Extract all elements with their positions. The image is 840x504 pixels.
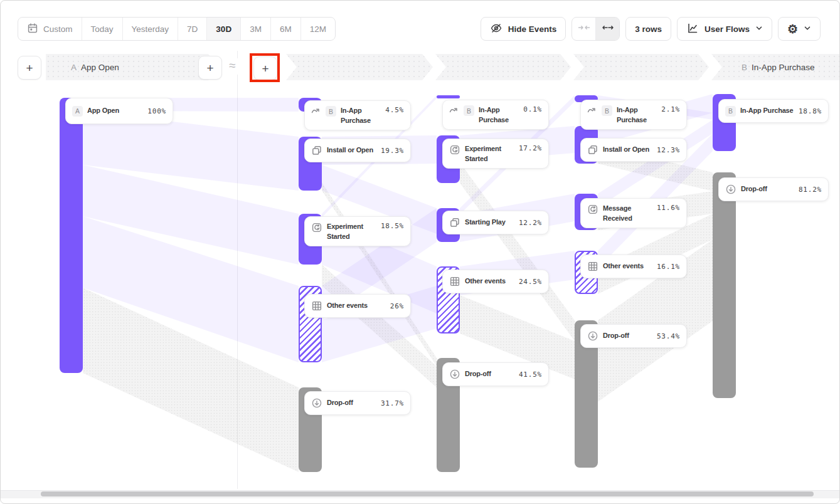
flow-node-label: App Open — [87, 106, 119, 116]
flow-node-percent: 16.1% — [657, 263, 680, 271]
experiment-icon — [449, 144, 460, 155]
flow-node-label: In-App Purchase — [740, 106, 793, 116]
flow-node-percent: 4.5% — [385, 106, 404, 114]
flow-node-card-drop-off[interactable]: Drop-off81.2% — [718, 177, 829, 201]
experiment-icon — [311, 222, 322, 233]
flow-node-percent: 31.7% — [381, 399, 404, 407]
flow-node-percent: 41.5% — [519, 370, 542, 379]
flow-node-card-drop-off[interactable]: Drop-off31.7% — [304, 391, 411, 415]
flow-node-label: Drop-off — [741, 184, 767, 194]
trend-icon — [449, 105, 459, 115]
dropoff-icon — [311, 397, 322, 409]
event-letter-badge: B — [602, 105, 612, 116]
dropoff-icon — [449, 369, 460, 380]
squares-icon — [311, 145, 322, 156]
flow-node-card-in-app-purchase[interactable]: BIn-App Purchase4.5% — [304, 100, 411, 130]
flow-node-card-message-received[interactable]: Message Received11.6% — [580, 198, 687, 228]
flow-node-card-drop-off[interactable]: Drop-off41.5% — [442, 362, 549, 386]
flow-node-card-in-app-purchase[interactable]: BIn-App Purchase2.1% — [580, 100, 687, 130]
dropoff-icon — [725, 184, 736, 195]
flow-node-label: In-App Purchase — [341, 106, 381, 126]
flow-node-percent: 26% — [390, 302, 404, 310]
flows-sankey-canvas: AApp Open100%BIn-App Purchase4.5%Install… — [1, 1, 839, 503]
dropoff-icon — [587, 330, 598, 342]
flow-node-percent: 12.2% — [519, 219, 542, 227]
flow-node-percent: 12.3% — [657, 146, 680, 154]
flow-node-percent: 11.6% — [657, 204, 680, 212]
flow-node-percent: 100% — [147, 107, 166, 115]
flow-node-label: Install or Open — [327, 145, 373, 155]
flow-node-label: Other events — [465, 276, 506, 286]
flow-node-card-other-events[interactable]: Other events24.5% — [442, 270, 549, 293]
flow-node-card-in-app-purchase[interactable]: BIn-App Purchase0.1% — [442, 100, 549, 130]
flow-node-label: Drop-off — [327, 398, 353, 408]
flow-node-label: Install or Open — [603, 145, 649, 155]
flow-node-percent: 0.1% — [523, 105, 542, 113]
flow-node-label: Drop-off — [603, 331, 629, 341]
flow-node-card-starting-play[interactable]: Starting Play12.2% — [442, 211, 549, 234]
flow-node-card-drop-off[interactable]: Drop-off53.4% — [580, 324, 687, 348]
flow-node-percent: 24.5% — [519, 278, 542, 286]
flow-node-percent: 18.8% — [799, 107, 822, 115]
event-letter-badge: B — [326, 106, 336, 117]
flow-node-card-in-app-purchase[interactable]: BIn-App Purchase18.8% — [718, 99, 829, 123]
flow-node-label: Message Received — [603, 204, 652, 224]
experiment-icon — [587, 204, 598, 215]
event-letter-badge: B — [725, 106, 736, 117]
flow-node-card-app-open[interactable]: AApp Open100% — [65, 98, 173, 124]
flow-node-label: Starting Play — [465, 218, 506, 228]
flow-node-card-other-events[interactable]: Other events16.1% — [580, 255, 687, 278]
flow-node-label: In-App Purchase — [617, 105, 657, 125]
grid-icon — [449, 276, 460, 287]
approx-symbol: ≈ — [229, 59, 235, 73]
flow-node-label: In-App Purchase — [479, 105, 519, 125]
squares-icon — [587, 144, 598, 155]
grid-icon — [311, 300, 322, 312]
flow-node-card-experiment-started[interactable]: Experiment Started18.5% — [304, 216, 411, 246]
flow-node-percent: 19.3% — [381, 147, 404, 155]
flow-node-card-install-or-open[interactable]: Install or Open19.3% — [304, 139, 411, 162]
flow-node-bar-drop-off[interactable] — [713, 172, 736, 398]
flow-node-percent: 17.2% — [519, 144, 542, 152]
user-flows-report: Custom Today Yesterday 7D 30D 3M 6M 12M … — [0, 0, 840, 504]
horizontal-scrollbar-thumb[interactable] — [41, 491, 814, 496]
flow-node-card-install-or-open[interactable]: Install or Open12.3% — [580, 138, 687, 162]
flow-node-bar-in-app-purchase[interactable] — [437, 95, 460, 98]
trend-icon — [587, 105, 597, 115]
flow-node-card-other-events[interactable]: Other events26% — [304, 294, 411, 318]
flow-node-label: Other events — [603, 261, 644, 271]
grid-icon — [587, 261, 598, 272]
target-highlight-box — [250, 53, 280, 82]
flow-node-bar-app-open[interactable] — [60, 98, 83, 373]
squares-icon — [449, 217, 460, 228]
trend-icon — [311, 106, 321, 116]
flow-node-percent: 18.5% — [381, 222, 404, 230]
flow-node-label: Experiment Started — [465, 144, 514, 164]
flow-node-percent: 53.4% — [657, 332, 680, 340]
event-letter-badge: B — [464, 105, 474, 116]
flow-node-card-experiment-started[interactable]: Experiment Started17.2% — [442, 139, 549, 169]
flow-node-label: Experiment Started — [327, 222, 376, 242]
flow-node-label: Other events — [327, 301, 368, 311]
flow-node-percent: 81.2% — [799, 186, 822, 194]
flow-node-label: Drop-off — [465, 369, 491, 379]
flow-node-percent: 2.1% — [661, 105, 680, 113]
event-letter-badge: A — [72, 106, 83, 117]
